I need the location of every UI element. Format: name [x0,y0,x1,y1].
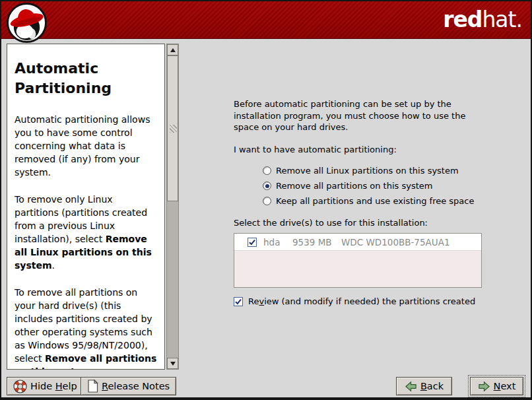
redhat-shadowman-logo [6,2,48,44]
help-panel: Automatic Partitioning Automatic partiti… [7,44,165,370]
help-paragraph: Automatic partitioning allows you to hav… [15,113,159,179]
page-title: Automatic Partitioning [15,59,159,98]
life-preserver-icon [13,380,27,393]
radio-remove-all[interactable]: Remove all partitions on this system [263,179,474,193]
partitioning-prompt: I want to have automatic partitioning: [234,145,397,154]
review-option[interactable]: Review (and modify if needed) the partit… [234,296,475,306]
radio-selected-icon[interactable] [263,182,271,190]
hide-help-button[interactable]: Hide Help [7,377,84,395]
arrow-right-icon [478,381,490,392]
radio-icon[interactable] [263,197,271,205]
partitioning-options: Remove all Linux partitions on this syst… [263,164,474,209]
check-icon [248,238,256,246]
brand-rest-text: hat. [482,7,522,32]
radio-label: Remove all Linux partitions on this syst… [276,166,459,176]
review-label: Review (and modify if needed) the partit… [248,296,475,306]
arrow-up-icon [170,48,176,52]
scroll-up-button[interactable] [167,44,178,55]
drives-label: Select the drive(s) to use for this inst… [234,218,428,228]
release-notes-button[interactable]: Release Notes [81,377,176,395]
help-scrollbar[interactable] [166,44,179,370]
drive-checkbox[interactable] [248,238,257,247]
radio-keep-all[interactable]: Keep all partitions and use existing fre… [263,194,474,208]
button-label: Hide Help [30,381,77,391]
button-label: Release Notes [102,381,170,391]
brand-bold-text: red [443,7,482,32]
document-icon [87,380,98,393]
radio-icon[interactable] [263,166,271,175]
scrollbar-grip-icon [170,125,177,133]
help-paragraph: To remove all partitions on your hard dr… [15,286,159,370]
radio-label: Keep all partitions and use existing fre… [276,196,474,206]
arrow-left-icon [405,381,417,392]
arrow-down-icon [170,362,176,366]
installer-window: redhat. Automatic Partitioning Automatic… [0,0,532,400]
drive-device: hda [263,237,292,248]
next-button-focus-ring: Next [468,375,525,397]
radio-label: Remove all partitions on this system [276,181,432,191]
radio-remove-linux[interactable]: Remove all Linux partitions on this syst… [263,164,474,178]
drive-listbox[interactable]: hda 9539 MB WDC WD100BB-75AUA1 [234,233,482,288]
header-banner: redhat. [1,1,531,39]
scrollbar-thumb[interactable] [167,55,178,201]
button-label: Next [494,381,516,391]
drive-size: 9539 MB [292,237,336,248]
drive-model: WDC WD100BB-75AUA1 [341,237,450,248]
next-button[interactable]: Next [470,377,523,395]
back-button[interactable]: Back [396,377,452,395]
check-icon [234,298,242,306]
review-checkbox[interactable] [234,297,243,306]
button-label: Back [420,381,444,391]
redhat-wordmark: redhat. [443,7,522,32]
intro-text: Before automatic partitioning can be set… [234,98,469,133]
drive-row-hda[interactable]: hda 9539 MB WDC WD100BB-75AUA1 [234,234,481,251]
help-paragraph: To remove only Linux partitions (partiti… [15,193,159,272]
scroll-down-button[interactable] [167,358,178,369]
